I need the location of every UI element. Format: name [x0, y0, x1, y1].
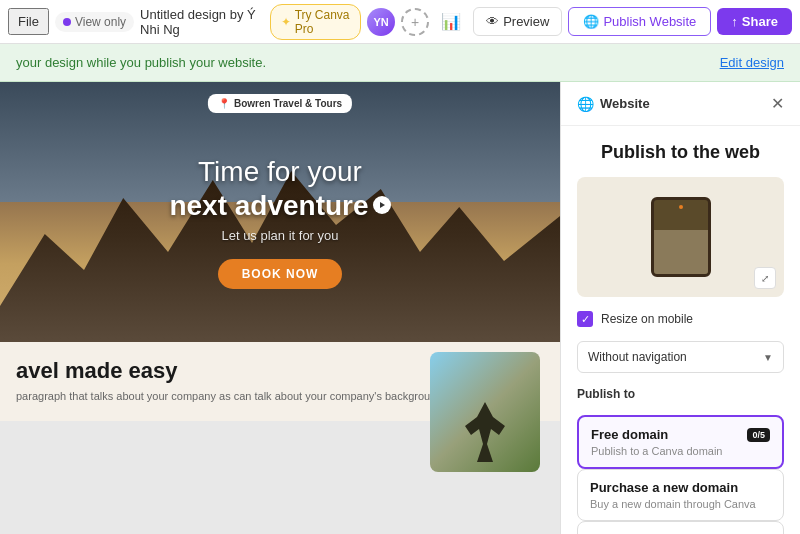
star-icon: ✦ [281, 15, 291, 29]
navigation-dropdown[interactable]: Without navigation ▼ [577, 341, 784, 373]
play-icon [373, 196, 391, 214]
globe-icon: 🌐 [577, 96, 594, 112]
resize-mobile-row: ✓ Resize on mobile [577, 311, 784, 327]
person-photo [430, 352, 540, 472]
domain-options-list: Free domain 0/5 Publish to a Canva domai… [577, 415, 784, 534]
eye-dot-icon [63, 18, 71, 26]
hero-subtitle: Let us plan it for you [169, 228, 390, 243]
preview-label: Preview [503, 14, 549, 29]
panel-body: Publish to the web ⤢ ✓ Resize on mobile … [561, 126, 800, 534]
main-layout: 📍 Bowren Travel & Tours Time for your ne… [0, 82, 800, 534]
view-only-label: View only [75, 15, 126, 29]
publish-to-section: Publish to [577, 387, 784, 401]
pin-icon: 📍 [218, 98, 230, 109]
eye-icon: 👁 [486, 14, 499, 29]
share-button[interactable]: ↑ Share [717, 8, 792, 35]
file-menu-button[interactable]: File [8, 8, 49, 35]
share-label: Share [742, 14, 778, 29]
book-now-button[interactable]: BOOK NOW [218, 259, 343, 289]
hero-text: Time for your next adventure Let us plan… [169, 155, 390, 289]
publish-panel: 🌐 Website ✕ Publish to the web ⤢ ✓ Resiz… [560, 82, 800, 534]
expand-preview-button[interactable]: ⤢ [754, 267, 776, 289]
panel-title: Website [600, 96, 650, 111]
notif-message: your design while you publish your websi… [16, 55, 266, 70]
device-preview: ⤢ [577, 177, 784, 297]
hero-section: 📍 Bowren Travel & Tours Time for your ne… [0, 82, 560, 342]
hero-title-light: Time for your [169, 155, 390, 189]
edit-design-link[interactable]: Edit design [720, 55, 784, 70]
person-silhouette [465, 402, 505, 462]
domain-option-0[interactable]: Free domain 0/5 Publish to a Canva domai… [577, 415, 784, 469]
top-bar-left: File View only [8, 8, 134, 35]
hero-bold-text: next adventure [169, 189, 368, 223]
panel-header: 🌐 Website ✕ [561, 82, 800, 126]
try-canva-pro-button[interactable]: ✦ Try Canva Pro [270, 4, 362, 40]
notification-bar: your design while you publish your websi… [0, 44, 800, 82]
publish-icon: 🌐 [583, 14, 599, 29]
try-canva-pro-label: Try Canva Pro [295, 8, 351, 36]
top-bar-right: YN + 📊 👁 Preview 🌐 Publish Website ↑ Sha… [367, 6, 792, 38]
avatar: YN [367, 8, 395, 36]
view-only-badge: View only [55, 12, 134, 32]
resize-checkbox[interactable]: ✓ [577, 311, 593, 327]
chevron-down-icon: ▼ [763, 352, 773, 363]
preview-button[interactable]: 👁 Preview [473, 7, 562, 36]
design-title: Untitled design by Ý Nhi Ng [140, 7, 262, 37]
hero-title-bold: next adventure [169, 189, 390, 223]
publish-to-label: Publish to [577, 387, 784, 401]
logo-text: Bowren Travel & Tours [234, 98, 342, 109]
domain-option-2[interactable]: Use my existing domain Publish to an exi… [577, 521, 784, 534]
device-screen [654, 230, 708, 274]
close-panel-button[interactable]: ✕ [771, 94, 784, 113]
publish-heading: Publish to the web [577, 142, 784, 163]
domain-option-1[interactable]: Purchase a new domain Buy a new domain t… [577, 469, 784, 521]
tablet-device [651, 197, 711, 277]
logo-tag: 📍 Bowren Travel & Tours [208, 94, 352, 113]
add-collaborator-button[interactable]: + [401, 8, 429, 36]
check-icon: ✓ [581, 313, 590, 326]
share-icon: ↑ [731, 14, 738, 29]
publish-website-label: Publish Website [603, 14, 696, 29]
device-camera-dot [679, 205, 683, 209]
panel-header-left: 🌐 Website [577, 96, 650, 112]
analytics-icon-button[interactable]: 📊 [435, 6, 467, 38]
resize-label: Resize on mobile [601, 312, 693, 326]
top-bar: File View only Untitled design by Ý Nhi … [0, 0, 800, 44]
canvas-area: 📍 Bowren Travel & Tours Time for your ne… [0, 82, 560, 534]
top-bar-center: Untitled design by Ý Nhi Ng ✦ Try Canva … [140, 4, 361, 40]
nav-dropdown-label: Without navigation [588, 350, 687, 364]
publish-website-button[interactable]: 🌐 Publish Website [568, 7, 711, 36]
